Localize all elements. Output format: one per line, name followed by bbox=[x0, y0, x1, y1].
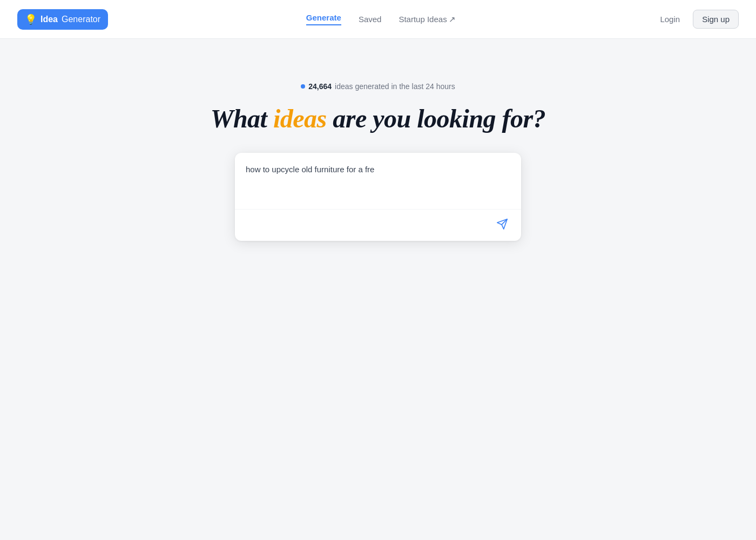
search-footer bbox=[246, 216, 510, 232]
search-divider bbox=[235, 209, 521, 210]
logo-idea-text: Idea bbox=[40, 15, 58, 24]
hero-title-highlight: ideas bbox=[273, 104, 327, 133]
nav-saved[interactable]: Saved bbox=[359, 15, 382, 24]
navbar-right: Login Sign up bbox=[653, 10, 739, 29]
external-link-icon: ↗ bbox=[449, 15, 456, 24]
login-button[interactable]: Login bbox=[653, 10, 686, 28]
navbar-center: Generate Saved Startup Ideas ↗ bbox=[306, 13, 456, 25]
hero-title: What ideas are you looking for? bbox=[211, 104, 546, 133]
hero-title-part1: What bbox=[211, 104, 273, 133]
stats-dot-icon bbox=[301, 84, 305, 89]
logo-generator-text: Generator bbox=[62, 15, 100, 24]
send-icon bbox=[496, 218, 508, 230]
hero-title-part2: are you looking for? bbox=[327, 104, 546, 133]
bulb-icon: 💡 bbox=[25, 14, 37, 25]
stats-badge: 24,664 ideas generated in the last 24 ho… bbox=[301, 82, 455, 91]
signup-button[interactable]: Sign up bbox=[693, 10, 739, 29]
main-content: 24,664 ideas generated in the last 24 ho… bbox=[0, 39, 756, 241]
search-input[interactable] bbox=[246, 164, 510, 207]
search-box bbox=[235, 153, 521, 241]
nav-startup-ideas[interactable]: Startup Ideas ↗ bbox=[399, 15, 455, 24]
stats-count: 24,664 bbox=[308, 82, 332, 91]
stats-suffix: ideas generated in the last 24 hours bbox=[335, 82, 455, 91]
send-button[interactable] bbox=[494, 216, 510, 232]
logo-button[interactable]: 💡 Idea Generator bbox=[17, 9, 108, 30]
navbar-left: 💡 Idea Generator bbox=[17, 9, 108, 30]
navbar: 💡 Idea Generator Generate Saved Startup … bbox=[0, 0, 756, 39]
startup-ideas-label: Startup Ideas bbox=[399, 15, 447, 24]
nav-generate[interactable]: Generate bbox=[306, 13, 341, 25]
